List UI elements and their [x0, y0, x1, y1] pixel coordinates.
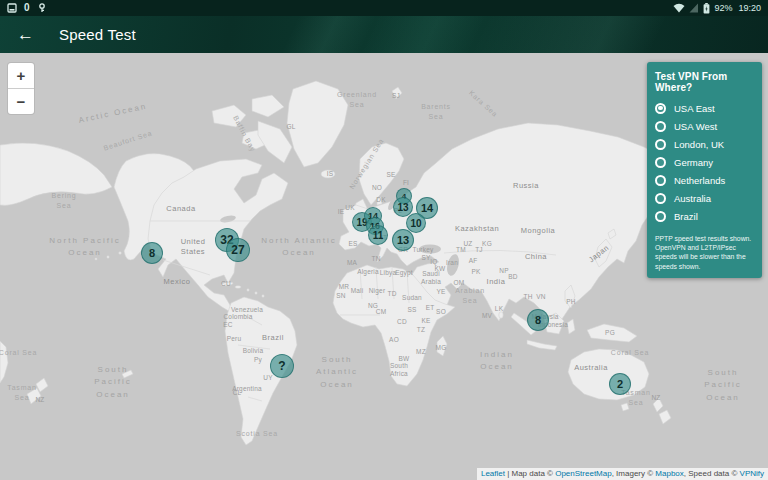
zoom-out-button[interactable]: − [8, 88, 34, 114]
radio-icon[interactable] [655, 211, 666, 222]
signal-icon [689, 3, 699, 13]
battery-icon [703, 3, 710, 14]
page-title: Speed Test [59, 26, 136, 43]
radio-icon[interactable] [655, 121, 666, 132]
vpn-location-panel: Test VPN From Where? USA EastUSA WestLon… [647, 62, 762, 278]
speed-test-screen: 0 92% 19:20 ← Speed Test [0, 0, 768, 480]
attribution-text: , Speed data © [684, 469, 740, 478]
vpn-option-label: London, UK [674, 139, 724, 150]
status-bar: 0 92% 19:20 [0, 0, 768, 16]
vpn-option-london-uk[interactable]: London, UK [655, 135, 755, 153]
vpn-option-label: Australia [674, 193, 711, 204]
radio-icon[interactable] [655, 175, 666, 186]
map-cluster-marker[interactable]: 27 [226, 238, 250, 262]
vpn-option-label: Germany [674, 157, 713, 168]
key-icon [37, 3, 47, 13]
radio-icon[interactable] [655, 103, 666, 114]
mapbox-link[interactable]: Mapbox [655, 469, 683, 478]
attribution-text: | Map data © [505, 469, 555, 478]
map-cluster-marker[interactable]: 11 [368, 225, 388, 245]
panel-title: Test VPN From Where? [655, 71, 755, 93]
back-button[interactable]: ← [17, 26, 34, 43]
vpnify-link[interactable]: VPNify [740, 469, 764, 478]
vpn-location-options: USA EastUSA WestLondon, UKGermanyNetherl… [655, 99, 755, 225]
app-bar: ← Speed Test [0, 16, 768, 53]
radio-icon[interactable] [655, 139, 666, 150]
attribution-text: , Imagery © [612, 469, 656, 478]
vpn-option-netherlands[interactable]: Netherlands [655, 171, 755, 189]
wifi-icon [673, 3, 685, 13]
vpn-option-label: Netherlands [674, 175, 725, 186]
map-canvas[interactable]: Arctic OceanBeaufort SeaBaffin BayGreenl… [0, 53, 768, 480]
zoom-control: + − [7, 62, 35, 115]
leaflet-link[interactable]: Leaflet [481, 469, 505, 478]
zero-badge-icon: 0 [24, 3, 30, 13]
map-cluster-marker[interactable]: 2 [609, 373, 631, 395]
vpn-option-germany[interactable]: Germany [655, 153, 755, 171]
vpn-option-australia[interactable]: Australia [655, 189, 755, 207]
map-cluster-marker[interactable]: ? [270, 354, 294, 378]
radio-icon[interactable] [655, 193, 666, 204]
vpn-option-brazil[interactable]: Brazil [655, 207, 755, 225]
map-cluster-marker[interactable]: 8 [141, 242, 163, 264]
radio-icon[interactable] [655, 157, 666, 168]
panel-note: PPTP speed test results shown. OpenVPN a… [655, 234, 755, 271]
vpn-option-label: USA West [674, 121, 717, 132]
clock: 19:20 [738, 3, 761, 13]
vpn-option-label: Brazil [674, 211, 698, 222]
map-cluster-marker[interactable]: 13 [392, 229, 414, 251]
zoom-in-button[interactable]: + [8, 63, 34, 88]
vpn-option-usa-east[interactable]: USA East [655, 99, 755, 117]
battery-percent: 92% [714, 3, 732, 13]
vpn-option-label: USA East [674, 103, 715, 114]
map-cluster-marker[interactable]: 8 [527, 309, 549, 331]
map-attribution: Leaflet | Map data © OpenStreetMap, Imag… [477, 468, 768, 480]
screenshot-icon [7, 3, 17, 13]
openstreetmap-link[interactable]: OpenStreetMap [555, 469, 611, 478]
vpn-option-usa-west[interactable]: USA West [655, 117, 755, 135]
